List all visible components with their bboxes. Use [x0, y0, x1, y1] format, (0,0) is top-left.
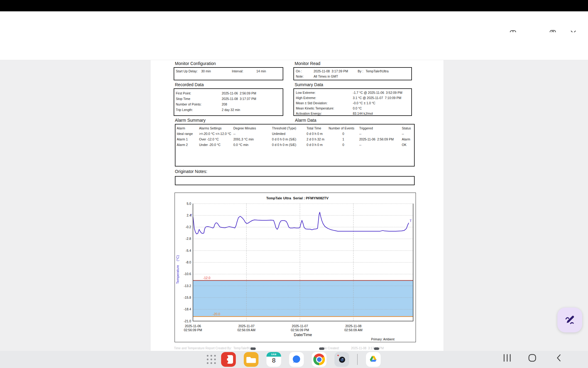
field-value: 0.0 °C [353, 106, 362, 110]
chart-footnote: Primary: Ambient [371, 338, 394, 341]
alarm-cell: Ideal range [177, 132, 193, 136]
alarm-cell: Under -20.0 °C [199, 143, 221, 147]
overlay-pill [319, 347, 324, 350]
threshold-label: -20.0 [213, 312, 220, 316]
y-tick-label: -5.4 [186, 249, 191, 252]
section-title-alarm-data: Alarm Data [295, 118, 316, 123]
alarm-cell: >=-20.0 °C <=-12.0 °C [199, 132, 231, 136]
pen-annotate-icon [564, 314, 576, 327]
report-footer-text: Time and Temperature Report Created By: … [174, 347, 255, 350]
status-bar [0, 0, 588, 11]
monitor-read-box: On : 2025-11-08 3:17:39 PM By : TempTale… [293, 67, 412, 80]
camera-icon[interactable] [334, 352, 349, 367]
alarm-col-header: Status [402, 126, 411, 130]
x-tick-date: 2025-11-07 [292, 324, 308, 328]
field-value: TempTale®Ultra [366, 69, 389, 73]
x-tick-time: 02:56:09 AM [344, 328, 362, 332]
originator-notes-box [175, 176, 415, 185]
pdf-page: Monitor Configuration Start Up Delay: 30… [151, 60, 443, 368]
alarm-cell: 0 d 0 h 0 m (S/E) [272, 143, 296, 147]
notes-app-icon[interactable] [221, 352, 236, 367]
field-value: 2025-11-06 2:56:09 PM [222, 91, 256, 95]
alarm-cell: 2025-11-06 2:56:09 PM [359, 137, 394, 141]
alarm-cell: 2 d 0 h 32 m [307, 137, 324, 141]
temperature-chart-svg: -12.0-20.0TT5.02.4-0.2-2.8-5.4-8.0-10.6-… [175, 193, 415, 342]
pdf-viewer-canvas[interactable]: Monitor Configuration Start Up Delay: 30… [0, 60, 588, 368]
window-title-bar [0, 11, 588, 32]
annotate-fab[interactable] [557, 308, 582, 332]
field-value: -0.0 °C ± 1.0 °C [353, 101, 375, 105]
alarm-cell: Over -12.0 °C [199, 137, 219, 141]
field-label: Mean ± Std Deviation: [296, 101, 327, 105]
field-value: 208 [222, 102, 227, 106]
y-tick-label: -21.0 [184, 319, 191, 323]
chrome-icon[interactable] [312, 352, 326, 367]
alarm-cell: Alarm [402, 137, 410, 141]
field-value: 2025-11-08 3:17:37 PM [222, 97, 256, 101]
taskbar-divider [357, 354, 358, 365]
y-tick-label: -18.4 [184, 307, 191, 311]
summary-data-box: Low Extreme: -1.7 °C @ 2025-11-06 3:52:0… [293, 88, 412, 116]
section-title-summary-data: Summary Data [295, 82, 323, 87]
field-label: Note: [296, 75, 303, 78]
temperature-chart: -12.0-20.0TT5.02.4-0.2-2.8-5.4-8.0-10.6-… [175, 193, 416, 342]
y-tick-label: -8.0 [186, 260, 191, 264]
recorded-data-box: First Point: 2025-11-06 2:56:09 PM Stop … [174, 88, 283, 116]
x-tick-time: 02:56:09 PM [291, 328, 309, 332]
monitor-configuration-box: Start Up Delay: 30 min Interval: 14 min [174, 67, 283, 80]
field-value: 14 min [256, 69, 266, 73]
home-icon[interactable] [528, 354, 537, 362]
alarm-cell: 0 [329, 132, 358, 136]
recent-apps-icon[interactable] [503, 354, 511, 362]
alarm-cell: 2091.3 °C min [233, 137, 254, 141]
section-title-alarm-summary: Alarm Summary [175, 118, 205, 123]
y-axis-title: Temperature (°C) [176, 255, 179, 284]
overlay-pill [374, 347, 379, 350]
app-drawer-icon[interactable] [205, 353, 217, 366]
threshold-label: -12.0 [203, 276, 210, 280]
alarm-cell: -- [359, 132, 361, 136]
calendar-day-number: 8 [266, 357, 281, 364]
field-value: 2 day 32 min [222, 108, 240, 112]
field-label: Mean Kinetic Temperature: [296, 106, 334, 110]
section-title-originator-notes: Originator Notes: [175, 169, 207, 174]
y-tick-label: -15.8 [184, 296, 191, 299]
alarm-cell: OK [402, 143, 406, 147]
y-tick-label: -2.8 [186, 237, 191, 240]
end-marker: T [409, 219, 412, 223]
alarm-cell: -- [233, 132, 236, 136]
alarm-cell: 0 d 0 h 0 m [307, 143, 323, 147]
messages-icon[interactable] [289, 352, 304, 367]
my-files-icon[interactable] [244, 352, 258, 367]
x-tick-date: 2025-11-06 [185, 324, 201, 328]
x-tick-date: 2025-11-07 [238, 324, 254, 328]
back-nav-icon[interactable] [555, 354, 563, 362]
y-tick-label: 2.4 [187, 213, 191, 217]
overlay-pill [251, 347, 256, 350]
alarm-col-header: Degree Minutes [233, 126, 256, 130]
y-tick-label: -10.6 [184, 272, 191, 276]
field-label: Start Up Delay: [176, 69, 198, 73]
section-title-recorded-data: Recorded Data [175, 82, 204, 87]
alarm-col-header: Triggered [359, 126, 373, 130]
alarm-col-header: Alarms Settings [199, 126, 222, 130]
field-label: Interval: [232, 69, 243, 73]
field-label: By : [358, 69, 363, 73]
alarm-cell: 0 d 0 h 0 m (S/E) [272, 137, 296, 141]
y-tick-label: -0.2 [186, 225, 191, 229]
field-value: All Times in GMT [314, 75, 338, 78]
x-tick-date: 2025-11-08 [345, 324, 361, 328]
field-label: On : [296, 69, 302, 73]
alarm-cell: 0.0 °C min [233, 143, 248, 147]
chart-title: TempTale Ultra Serial : PFMYN082TV [266, 196, 329, 200]
alarm-cell: Alarm 2 [177, 143, 188, 147]
alarm-cell: -- [402, 132, 404, 136]
x-tick-time: 02:56:09 AM [237, 328, 255, 332]
y-tick-label: -13.2 [184, 284, 191, 288]
alarm-cell: Alarm 1 [177, 137, 188, 141]
app-header: PFMYN082TV_0.pdf [0, 32, 588, 60]
calendar-icon[interactable]: SÁB 8 [266, 352, 281, 367]
google-drive-icon[interactable] [366, 352, 381, 367]
alarm-cell: 0 [329, 143, 358, 147]
field-value: 30 min [201, 69, 211, 73]
